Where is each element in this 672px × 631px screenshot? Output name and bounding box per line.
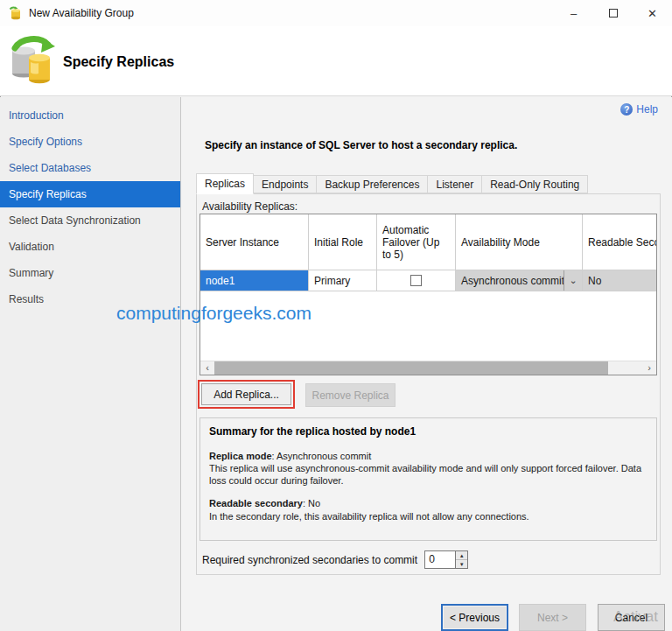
red-annotation-box: Add Replica... xyxy=(198,380,295,409)
add-replica-button[interactable]: Add Replica... xyxy=(201,383,291,405)
grid-header-row: Server Instance Initial Role Automatic F… xyxy=(200,214,656,270)
page-title: Specify Replicas xyxy=(63,54,174,70)
database-app-icon xyxy=(8,6,22,20)
tab-replicas[interactable]: Replicas xyxy=(196,173,254,194)
readable-secondary-description: In the secondary role, this availability… xyxy=(209,510,648,522)
sidebar-item-introduction[interactable]: Introduction xyxy=(0,102,180,129)
wizard-header: Specify Replicas xyxy=(0,26,672,96)
activate-windows-watermark: Activat xyxy=(613,608,658,626)
sidebar-item-select-databases[interactable]: Select Databases xyxy=(0,155,180,181)
automatic-failover-checkbox[interactable] xyxy=(410,275,422,286)
site-watermark: computingforgeeks.com xyxy=(116,303,312,324)
sidebar-item-specify-options[interactable]: Specify Options xyxy=(0,129,180,155)
minimize-icon: – xyxy=(570,7,577,20)
cell-server-instance[interactable]: node1 xyxy=(200,270,309,291)
required-commit-row: Required synchronized secondaries to com… xyxy=(202,550,468,569)
required-commit-label: Required synchronized secondaries to com… xyxy=(202,554,417,566)
new-availability-group-dialog: New Availability Group – ✕ Specify Repli… xyxy=(0,0,672,631)
sidebar-item-specify-replicas[interactable]: Specify Replicas xyxy=(0,181,180,207)
spinner-down-icon[interactable]: ▼ xyxy=(456,560,467,568)
required-commit-spinner[interactable]: 0 ▲ ▼ xyxy=(424,550,468,569)
availability-replicas-grid: Server Instance Initial Role Automatic F… xyxy=(200,214,657,375)
column-header-readable-secondary: Readable Secondary xyxy=(583,214,656,270)
minimize-button[interactable]: – xyxy=(554,0,593,26)
cell-automatic-failover[interactable] xyxy=(377,270,456,291)
availability-mode-value: Asynchronous commit xyxy=(456,275,564,287)
wizard-content: ? Help Specify an instance of SQL Server… xyxy=(181,97,672,631)
column-header-initial-role: Initial Role xyxy=(309,214,377,270)
readable-secondary-value: : No xyxy=(303,498,320,508)
availability-replicas-label: Availability Replicas: xyxy=(202,200,298,213)
column-header-server-instance: Server Instance xyxy=(200,214,309,270)
window-title: New Availability Group xyxy=(29,7,134,19)
column-header-automatic-failover: Automatic Failover (Up to 5) xyxy=(377,214,456,270)
replica-mode-description: This replica will use asynchronous-commi… xyxy=(209,462,648,487)
spinner-up-icon[interactable]: ▲ xyxy=(456,551,467,560)
required-commit-value[interactable]: 0 xyxy=(425,551,455,568)
sidebar-item-summary[interactable]: Summary xyxy=(0,260,180,286)
help-label: Help xyxy=(636,103,658,116)
cell-readable-secondary[interactable]: No xyxy=(583,270,656,291)
tab-backup-preferences[interactable]: Backup Preferences xyxy=(317,175,428,193)
close-icon: ✕ xyxy=(648,7,657,20)
title-bar: New Availability Group – ✕ xyxy=(0,0,672,26)
horizontal-scrollbar[interactable]: ‹ › xyxy=(200,361,656,375)
cell-availability-mode[interactable]: Asynchronous commit ⌄ xyxy=(456,270,583,291)
column-header-availability-mode: Availability Mode xyxy=(456,214,583,270)
wizard-steps-sidebar: Introduction Specify Options Select Data… xyxy=(0,97,181,631)
grid-empty-area xyxy=(200,291,656,361)
replica-mode-value: : Asynchronous commit xyxy=(272,451,372,461)
replica-mode-label: Replica mode xyxy=(209,451,272,461)
remove-replica-button: Remove Replica xyxy=(305,383,396,407)
tab-listener[interactable]: Listener xyxy=(428,175,482,193)
scrollbar-track[interactable] xyxy=(608,361,642,375)
help-link[interactable]: ? Help xyxy=(620,103,658,116)
table-row[interactable]: node1 Primary Asynchronous commit ⌄ No xyxy=(200,270,656,291)
summary-title: Summary for the replica hosted by node1 xyxy=(209,425,648,439)
replicas-tab-panel: Availability Replicas: Server Instance I… xyxy=(196,193,661,575)
help-icon: ? xyxy=(620,103,633,116)
tab-read-only-routing[interactable]: Read-Only Routing xyxy=(482,175,588,193)
maximize-icon xyxy=(609,9,618,18)
scroll-right-icon[interactable]: › xyxy=(642,361,656,375)
next-button: Next > xyxy=(519,604,586,631)
maximize-button[interactable] xyxy=(593,0,633,26)
tab-strip: Replicas Endpoints Backup Preferences Li… xyxy=(196,173,588,193)
sidebar-item-validation[interactable]: Validation xyxy=(0,234,180,260)
chevron-down-icon[interactable]: ⌄ xyxy=(564,270,582,291)
sidebar-item-select-data-synchronization[interactable]: Select Data Synchronization xyxy=(0,207,180,234)
tab-endpoints[interactable]: Endpoints xyxy=(254,175,317,193)
cell-initial-role: Primary xyxy=(309,270,377,291)
close-button[interactable]: ✕ xyxy=(633,0,672,26)
scroll-left-icon[interactable]: ‹ xyxy=(200,361,214,375)
replicas-header-icon xyxy=(5,33,58,88)
replica-summary-box: Summary for the replica hosted by node1 … xyxy=(200,417,657,541)
instruction-text: Specify an instance of SQL Server to hos… xyxy=(205,139,517,151)
readable-secondary-label: Readable secondary xyxy=(209,498,303,508)
previous-button[interactable]: < Previous xyxy=(441,604,508,631)
scrollbar-thumb[interactable] xyxy=(214,361,608,375)
